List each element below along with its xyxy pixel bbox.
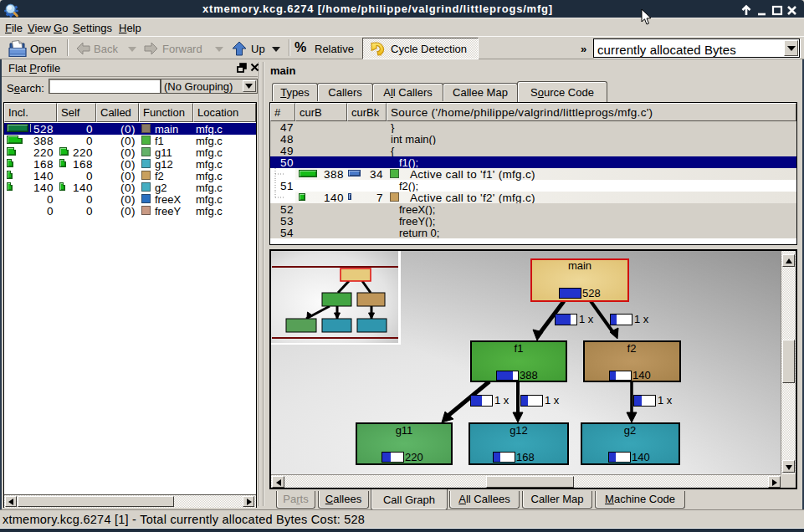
svg-text:g11: g11 [396, 424, 413, 437]
svg-text:g2: g2 [624, 424, 636, 437]
svg-text:388: 388 [520, 369, 538, 381]
svg-text:1 x: 1 x [579, 313, 594, 325]
svg-text:168: 168 [516, 451, 535, 463]
svg-text:1 x: 1 x [545, 394, 560, 407]
svg-text:g12: g12 [510, 424, 528, 437]
svg-text:main: main [568, 259, 591, 272]
svg-text:f1: f1 [515, 342, 524, 355]
svg-text:140: 140 [632, 451, 650, 463]
svg-text:1 x: 1 x [634, 313, 649, 325]
svg-text:1 x: 1 x [494, 394, 510, 407]
svg-text:140: 140 [632, 369, 651, 381]
svg-text:f2: f2 [627, 342, 637, 355]
svg-text:220: 220 [405, 451, 423, 463]
svg-text:528: 528 [582, 287, 601, 299]
svg-text:1 x: 1 x [658, 394, 673, 407]
